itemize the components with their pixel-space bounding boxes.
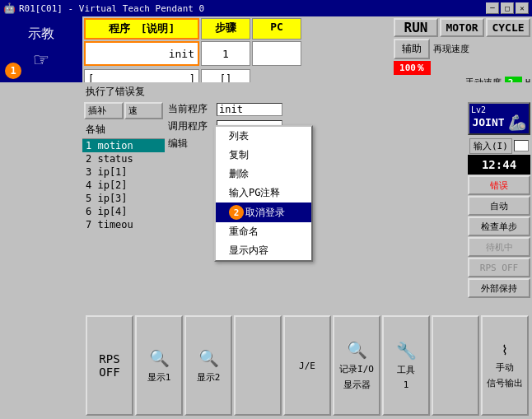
hand-icon: ☞ [35,46,49,73]
interpolate-button[interactable]: 插补 [84,102,124,119]
rps-off-func-button[interactable]: RPS OFF [86,315,133,416]
current-prog-input[interactable] [217,103,282,116]
maximize-button[interactable]: □ [501,2,514,14]
teach-button[interactable]: 示教 ☞ 1 [0,16,82,82]
main-content: 示教 ☞ 1 程序 [说明] 步骤 PC init [0,16,532,419]
item-7-label: 7 timeou [86,219,133,230]
menu-input-comment-label: 输入PG注释 [229,187,280,198]
list-item[interactable]: 6 ip[4] [82,205,165,218]
list-item[interactable]: 1 motion [82,139,165,152]
search2-icon: 🔍 [198,348,219,368]
display1-label: 显示1 [147,371,171,384]
menu-item-delete[interactable]: 删除 [216,165,311,184]
step-value-box: 1 [201,41,250,66]
middle-center: 当前程序 调用程序 编辑 列表 [165,100,466,312]
menu-cancel-register-label: 取消登录 [245,206,285,220]
list-header: 各轴 [82,121,165,139]
top-values: init 1 [84,41,390,66]
right-side-panel: Lv2 JOINT 🦾 输入(I) 12:44 错误 自动 检查单步 待机中 R… [466,100,532,312]
header-top: 程序 [说明] 步骤 PC init 1 [82,16,532,82]
program-items: 1 motion 2 status 3 ip[1] 4 ip[2] 5 [82,139,165,312]
menu-item-list[interactable]: 列表 [216,127,311,146]
tool-icon: 🔧 [396,341,417,361]
menu-item-cancel-register[interactable]: 2 取消登录 [216,203,311,222]
display1-button[interactable]: 🔍 显示1 [135,315,183,416]
close-button[interactable]: ✕ [516,2,529,14]
rps-line1: RPS [99,352,119,365]
menu-rename-label: 重命名 [229,226,259,237]
pc-value-box [252,41,301,66]
top-labels: 程序 [说明] 步骤 PC [84,18,390,40]
record-icon: 🔍 [347,340,367,360]
check-step-button[interactable]: 检查单步 [468,216,530,236]
list-item[interactable]: 5 ip[3] [82,192,165,205]
title-bar-left: 🤖 R01[C01] - Virtual Teach Pendant 0 [3,2,204,14]
rps-off-button[interactable]: RPS OFF [468,258,530,277]
item-6-label: 6 ip[4] [86,206,128,217]
display2-label: 显示2 [197,371,221,384]
menu-item-show-content[interactable]: 显示内容 [216,241,311,260]
robot-middle-button[interactable]: 待机中 [468,237,530,257]
signal-icon: ⌇ [502,342,508,358]
prog-area: 程序 [说明] 步骤 PC init 1 [82,16,392,82]
title-bar: 🤖 R01[C01] - Virtual Teach Pendant 0 ─ □… [0,0,532,16]
aux-button[interactable]: 辅助 [394,39,430,59]
program-label: 程序 [说明] [84,18,199,40]
joint-button[interactable]: Lv2 JOINT 🦾 [468,102,530,135]
cycle-button[interactable]: CYCLE [486,18,530,37]
motor-button[interactable]: MOTOR [440,18,484,37]
je-button[interactable]: J/E [283,315,331,416]
menu-delete-label: 删除 [229,168,249,179]
menu-copy-label: 复制 [229,149,249,161]
edit-section: 编辑 列表 复制 删除 [165,135,466,154]
run-row: RUN MOTOR CYCLE [394,18,530,37]
record-io-button[interactable]: 🔍 记录I/O 显示器 [333,315,380,416]
list-item[interactable]: 2 status [82,152,165,165]
item-5-label: 5 ip[3] [86,193,128,204]
step-label: 步骤 [201,18,250,40]
list-row-btns: 插补 速 [82,100,165,121]
empty-slot-2 [432,315,479,416]
empty-slot-1 [234,315,282,416]
menu-list-label: 列表 [229,130,249,142]
list-panel: 插补 速 各轴 1 motion 2 status 3 ip[1] [82,100,165,312]
teach-label: 示教 [28,26,54,43]
list-item[interactable]: 3 ip[1] [82,165,165,179]
io-input-tab[interactable]: 输入(I) [469,138,512,154]
io-input-field[interactable] [514,140,529,151]
je-label: J/E [299,361,315,371]
menu-item-copy[interactable]: 复制 [216,146,311,165]
error-button[interactable]: 错误 [468,175,530,195]
menu-item-rename[interactable]: 重命名 [216,222,311,241]
display2-button[interactable]: 🔍 显示2 [184,315,232,416]
menu-show-content-label: 显示内容 [229,244,268,256]
status-area: 执行了错误复 [82,82,532,100]
rps-line2: OFF [99,365,119,379]
replay-speed-display: 100％ [394,61,431,75]
step-value: 1 [222,48,229,60]
teach-badge: 1 [5,63,21,79]
tool-button[interactable]: 🔧 工具 1 [382,315,430,416]
record-line2: 显示器 [343,379,371,391]
speed-button[interactable]: 速 [124,102,164,119]
minimize-button[interactable]: ─ [486,2,499,14]
list-item[interactable]: 7 timeou [82,218,165,231]
call-prog-row: 调用程序 [165,118,466,135]
title-bar-controls: ─ □ ✕ [486,2,529,14]
run-button[interactable]: RUN [394,18,438,37]
auto-button[interactable]: 自动 [468,196,530,216]
manual-signal-button[interactable]: ⌇ 手动 信号输出 [481,315,529,416]
record-line1: 记录I/O [339,363,374,375]
item-3-label: 3 ip[1] [86,166,128,178]
aux-row: 辅助 再现速度 [394,39,530,59]
io-row: 输入(I) [468,137,530,154]
bottom-panel: RPS OFF 🔍 显示1 🔍 显示2 J/ [82,312,532,419]
lv-badge: Lv2 [471,105,486,114]
app-window: 🤖 R01[C01] - Virtual Teach Pendant 0 ─ □… [0,0,532,419]
time-display: 12:44 [468,155,530,175]
ext-hold-button[interactable]: 外部保持 [468,278,530,298]
list-item[interactable]: 4 ip[2] [82,179,165,192]
current-prog-label: 当前程序 [168,102,213,116]
menu-item-input-comment[interactable]: 输入PG注释 [216,184,311,203]
manual-signal-line2: 信号输出 [487,377,523,389]
